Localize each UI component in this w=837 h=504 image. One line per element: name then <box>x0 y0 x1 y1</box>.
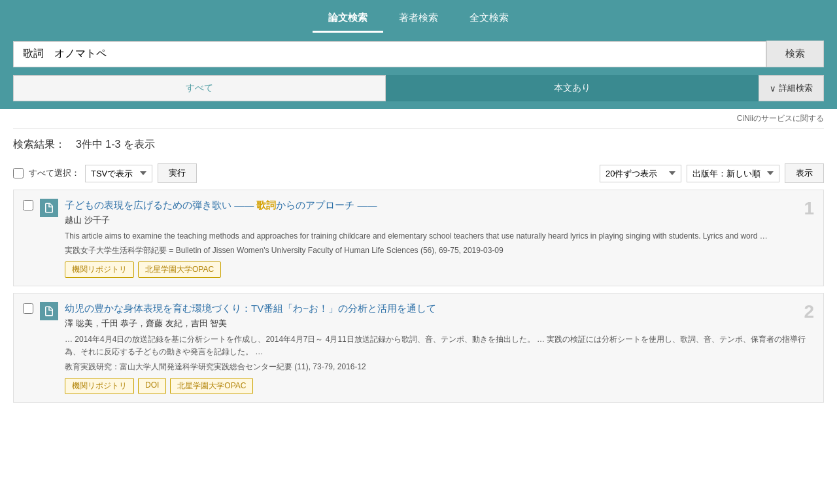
search-input-wrap <box>13 41 766 67</box>
result-1-tag-1[interactable]: 北星学園大学OPAC <box>138 261 221 278</box>
result-1-journal: 実践女子大学生活科学部紀要 = Bulletin of Jissen Women… <box>65 245 814 256</box>
chevron-down-icon: ∨ <box>770 84 776 93</box>
result-2-abstract: … 2014年4月4日の放送記録を基に分析シートを作成し、2014年4月7日～ … <box>65 333 814 358</box>
result-1-title[interactable]: 子どもの表現を広げるための弾き歌い ―― 歌詞からのアプローチ ―― <box>65 198 814 212</box>
result-2-checkbox[interactable] <box>23 303 33 314</box>
result-2-abstract-part-0: … 2014年4月4日の放送記録を基に分析シートを作成し、2014年4月7日～ … <box>65 335 401 344</box>
result-2-content: 幼児の豊かな身体表現を育む環境づくり：TV番組「わ~お！」の分析と活用を通して … <box>65 301 814 394</box>
result-2-authors: 澤 聡美，千田 恭子，齋藤 友紀，吉田 智美 <box>65 318 814 329</box>
result-1-title-before: 子どもの表現を広げるための弾き歌い ―― <box>65 199 256 210</box>
filter-row: すべて 本文あり ∨ 詳細検索 <box>0 75 837 109</box>
document-icon-1 <box>40 199 58 217</box>
result-2-abstract-highlight-1: 歌詞 <box>401 335 417 344</box>
result-item: 1 子どもの表現を広げるための弾き歌い ―― 歌詞からのアプローチ ―― 越山 … <box>13 190 824 286</box>
tab-paper[interactable]: 論文検索 <box>313 5 383 33</box>
display-button[interactable]: 表示 <box>785 163 824 183</box>
toolbar-right: 20件ずつ表示 50件ずつ表示 100件ずつ表示 出版年：新しい順 出版年：古い… <box>600 163 824 183</box>
result-item-2: 2 幼児の豊かな身体表現を育む環境づくり：TV番組「わ~お！」の分析と活用を通し… <box>13 293 824 402</box>
tab-bar: 論文検索 著者検索 全文検索 <box>0 0 837 33</box>
result-2-title[interactable]: 幼児の豊かな身体表現を育む環境づくり：TV番組「わ~お！」の分析と活用を通して <box>65 301 814 315</box>
result-2-tags: 機関リポジトリ DOI 北星学園大学OPAC <box>65 378 814 394</box>
result-number-2: 2 <box>804 301 814 322</box>
filter-all-button[interactable]: すべて <box>13 75 386 101</box>
result-1-tag-0[interactable]: 機関リポジトリ <box>65 261 134 278</box>
result-1-authors: 越山 沙千子 <box>65 214 814 226</box>
result-1-abstract: This article aims to examine the teachin… <box>65 230 814 243</box>
search-bar: 検索 <box>0 33 837 75</box>
toolbar-left: すべて選択： TSVで表示 実行 <box>13 163 197 183</box>
result-item-1-header: 子どもの表現を広げるための弾き歌い ―― 歌詞からのアプローチ ―― 越山 沙千… <box>23 198 814 278</box>
search-button[interactable]: 検索 <box>766 41 824 67</box>
result-2-tag-0[interactable]: 機関リポジトリ <box>65 378 134 394</box>
export-format-select[interactable]: TSVで表示 <box>85 165 152 182</box>
result-item-2-header: 幼児の豊かな身体表現を育む環境づくり：TV番組「わ~お！」の分析と活用を通して … <box>23 301 814 394</box>
result-2-title-text: 幼児の豊かな身体表現を育む環境づくり：TV番組「わ~お！」の分析と活用を通して <box>65 303 436 314</box>
result-number-1: 1 <box>804 198 814 219</box>
result-1-title-highlight: 歌詞 <box>256 199 276 210</box>
result-2-journal: 教育実践研究：富山大学人間発達科学研究実践総合センター紀要 (11), 73-7… <box>65 361 814 373</box>
per-page-select[interactable]: 20件ずつ表示 50件ずつ表示 100件ずつ表示 <box>600 165 681 182</box>
result-1-content: 子どもの表現を広げるための弾き歌い ―― 歌詞からのアプローチ ―― 越山 沙千… <box>65 198 814 278</box>
select-all-label: すべて選択： <box>29 167 80 179</box>
select-all-checkbox[interactable] <box>13 168 24 178</box>
filter-fulltext-button[interactable]: 本文あり <box>386 75 759 101</box>
tab-author[interactable]: 著者検索 <box>383 5 454 33</box>
detail-search-label: 詳細検索 <box>779 82 813 94</box>
result-1-title-after: からのアプローチ ―― <box>276 199 377 210</box>
toolbar: すべて選択： TSVで表示 実行 20件ずつ表示 50件ずつ表示 100件ずつ表… <box>13 158 824 190</box>
content-area: CiNiiのサービスに関する 検索結果： 3件中 1-3 を表示 すべて選択： … <box>0 109 837 403</box>
result-2-tag-2[interactable]: 北星学園大学OPAC <box>170 378 253 394</box>
result-1-checkbox[interactable] <box>23 200 33 210</box>
detail-search-button[interactable]: ∨ 詳細検索 <box>759 75 824 101</box>
result-2-tag-1[interactable]: DOI <box>138 378 166 394</box>
search-input[interactable] <box>13 41 766 67</box>
result-1-tags: 機関リポジトリ 北星学園大学OPAC <box>65 261 814 278</box>
tab-fulltext[interactable]: 全文検索 <box>454 5 524 33</box>
header: 論文検索 著者検索 全文検索 検索 すべて 本文あり ∨ 詳細検索 <box>0 0 837 109</box>
document-icon-2 <box>40 302 58 320</box>
result-2-abstract-highlight-3: 歌詞 <box>680 335 696 344</box>
run-button[interactable]: 実行 <box>158 163 197 183</box>
result-2-abstract-part-2: 、音、テンポ、動きを抽出した。 … 実践の検証には分析シートを使用し、 <box>417 335 681 344</box>
cinii-service-link[interactable]: CiNiiのサービスに関する <box>13 109 824 129</box>
results-summary: 検索結果： 3件中 1-3 を表示 <box>13 129 824 158</box>
sort-select[interactable]: 出版年：新しい順 出版年：古い順 被引用数順 <box>687 165 779 182</box>
